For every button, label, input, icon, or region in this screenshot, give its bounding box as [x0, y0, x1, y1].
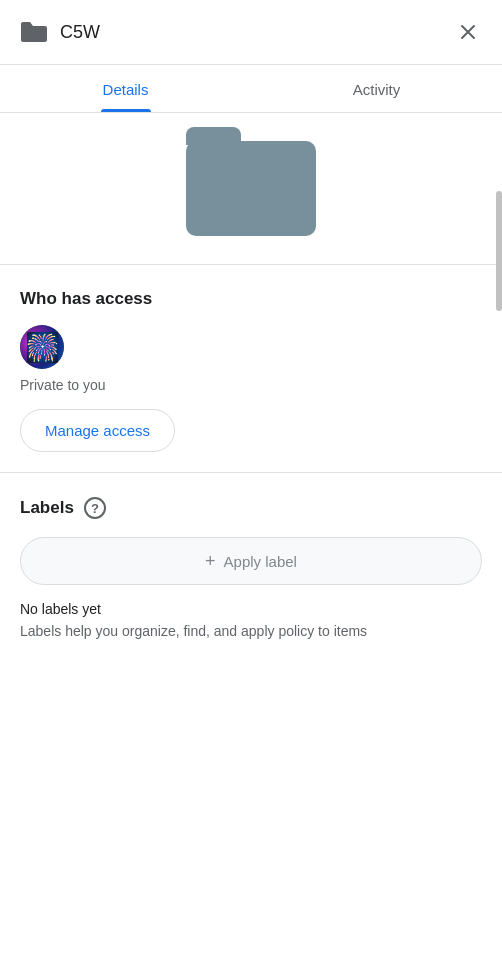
tab-activity[interactable]: Activity: [251, 65, 502, 112]
tab-details[interactable]: Details: [0, 65, 251, 112]
plus-icon: +: [205, 552, 216, 570]
labels-header: Labels ?: [20, 497, 482, 519]
no-labels-title: No labels yet: [20, 601, 482, 617]
header: C5W: [0, 0, 502, 65]
folder-icon: [16, 14, 52, 50]
folder-preview: [0, 113, 502, 264]
help-icon[interactable]: ?: [84, 497, 106, 519]
panel-title: C5W: [60, 22, 450, 43]
labels-description: Labels help you organize, find, and appl…: [20, 621, 482, 642]
labels-title: Labels: [20, 498, 74, 518]
scrollbar[interactable]: [496, 0, 502, 957]
tabs: Details Activity: [0, 65, 502, 113]
folder-thumbnail: [186, 141, 316, 236]
panel: C5W Details Activity Who has access Priv…: [0, 0, 502, 957]
apply-label-button[interactable]: + Apply label: [20, 537, 482, 585]
avatar-image: [20, 325, 64, 369]
labels-section: Labels ? + Apply label No labels yet Lab…: [0, 473, 502, 662]
privacy-label: Private to you: [20, 377, 482, 393]
access-section-title: Who has access: [20, 289, 482, 309]
access-section: Who has access Private to you Manage acc…: [0, 265, 502, 472]
avatar: [20, 325, 64, 369]
manage-access-button[interactable]: Manage access: [20, 409, 175, 452]
scrollbar-thumb[interactable]: [496, 191, 502, 311]
apply-label-text: Apply label: [224, 553, 297, 570]
close-button[interactable]: [450, 14, 486, 50]
avatar-row: [20, 325, 482, 369]
